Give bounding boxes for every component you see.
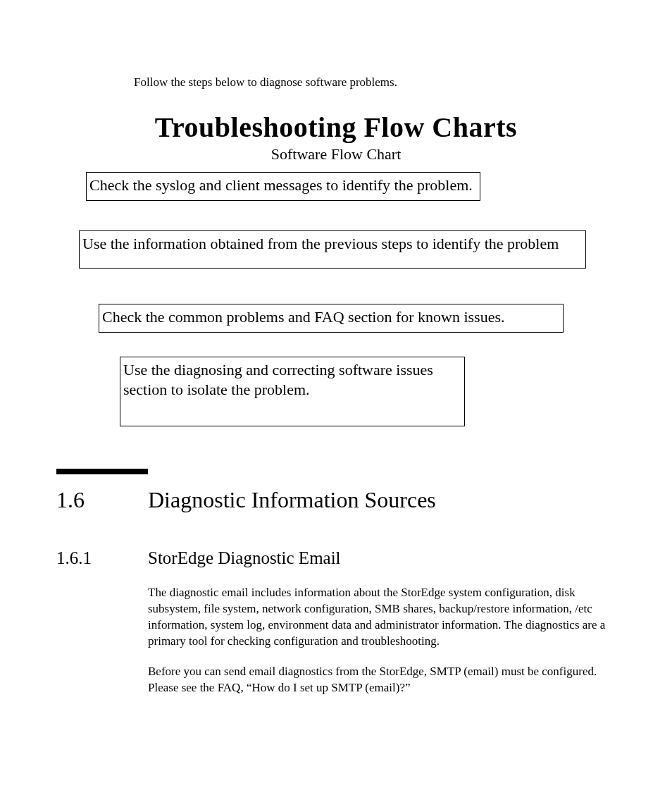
subsection-heading: 1.6.1 StorEdge Diagnostic Email: [56, 548, 616, 568]
body-paragraph-2: Before you can send email diagnostics fr…: [148, 664, 613, 696]
section-heading: 1.6 Diagnostic Information Sources: [56, 487, 616, 513]
document-page: Follow the steps below to diagnose softw…: [0, 0, 672, 807]
section-rule: [56, 469, 148, 474]
section-title: Diagnostic Information Sources: [148, 487, 436, 513]
flow-step-1-box: Check the syslog and client messages to …: [86, 172, 480, 201]
flow-chart-title: Troubleshooting Flow Charts: [56, 111, 616, 144]
subsection-number: 1.6.1: [56, 548, 148, 568]
subsection-title: StorEdge Diagnostic Email: [148, 548, 341, 568]
flow-step-3-box: Check the common problems and FAQ sectio…: [99, 304, 564, 333]
body-paragraph-1: The diagnostic email includes informatio…: [148, 585, 613, 650]
flow-step-4-box: Use the diagnosing and correcting softwa…: [120, 357, 465, 426]
flow-chart-subtitle: Software Flow Chart: [56, 145, 616, 164]
flow-step-2-box: Use the information obtained from the pr…: [79, 230, 586, 269]
intro-paragraph: Follow the steps below to diagnose softw…: [134, 75, 616, 90]
section-number: 1.6: [56, 487, 148, 513]
